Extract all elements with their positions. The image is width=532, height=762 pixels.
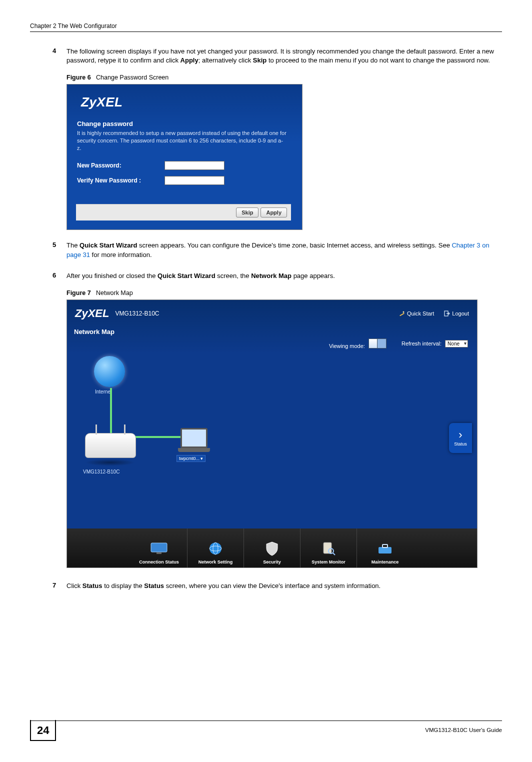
- new-password-field[interactable]: [164, 161, 224, 170]
- zyxel-logo: ZyXEL: [75, 307, 109, 320]
- quick-start-link[interactable]: Quick Start: [399, 310, 434, 316]
- step-number: 4: [52, 47, 66, 65]
- top-bar: ZyXEL VMG1312-B10C Quick Start Logout: [72, 305, 472, 322]
- text: After you finished or closed the: [66, 272, 158, 280]
- step-5: 5 The Quick Start Wizard screen appears.…: [52, 241, 502, 259]
- svg-line-10: [333, 553, 335, 555]
- step-text: The Quick Start Wizard screen appears. Y…: [66, 241, 502, 259]
- step-text: Click Status to display the Status scree…: [66, 582, 502, 590]
- step-number: 6: [52, 272, 66, 280]
- svg-point-5: [210, 542, 222, 554]
- running-header: Chapter 2 The Web Configurator: [30, 22, 502, 32]
- svg-rect-0: [400, 313, 404, 316]
- figure-label: Figure 7: [66, 290, 91, 296]
- bold-status: Status: [144, 582, 164, 590]
- refresh-interval-control: Refresh interval: None: [402, 340, 468, 346]
- text: page appears.: [292, 272, 335, 280]
- nav-label: System Monitor: [312, 560, 346, 564]
- step-number: 5: [52, 241, 66, 259]
- figure6-caption: Figure 6 Change Password Screen: [66, 74, 502, 81]
- page-footer: 24 VMG1312-B10C User's Guide: [30, 720, 502, 741]
- monitor-icon: [149, 540, 169, 556]
- skip-button[interactable]: Skip: [236, 208, 258, 218]
- logout-link[interactable]: Logout: [444, 310, 469, 316]
- laptop-icon: [180, 428, 208, 448]
- router-label: VMG1312-B10C: [83, 469, 120, 474]
- nav-maintenance[interactable]: Maintenance: [357, 528, 413, 568]
- viewing-mode-label: Viewing mode:: [329, 343, 365, 349]
- svg-rect-12: [382, 544, 388, 548]
- nav-label: Maintenance: [372, 560, 399, 564]
- chevron-right-icon: ›: [458, 430, 462, 440]
- nav-security[interactable]: Security: [244, 528, 300, 568]
- shield-icon: [262, 540, 282, 556]
- refresh-interval-select[interactable]: None: [445, 340, 468, 348]
- bottom-nav-bar: Connection Status Network Setting Securi…: [67, 528, 477, 568]
- text: screen, where you can view the Device's …: [164, 582, 380, 590]
- logout-icon: [444, 310, 450, 316]
- svg-rect-4: [156, 552, 162, 554]
- nav-network-setting[interactable]: Network Setting: [188, 528, 244, 568]
- clipboard-search-icon: [318, 540, 338, 556]
- nav-label: Network Setting: [198, 560, 233, 564]
- step-text: After you finished or closed the Quick S…: [66, 272, 502, 280]
- footer-guide-name: VMG1312-B10C User's Guide: [425, 725, 502, 733]
- nav-system-monitor[interactable]: System Monitor: [300, 528, 357, 568]
- nav-label: Security: [263, 560, 281, 564]
- refresh-interval-label: Refresh interval:: [402, 340, 442, 346]
- viewing-mode-control: Viewing mode:: [329, 338, 386, 349]
- bold-skip: Skip: [253, 56, 266, 64]
- button-bar: Skip Apply: [76, 204, 291, 220]
- new-password-label: New Password:: [77, 162, 164, 169]
- text: screen appears. You can configure the De…: [137, 242, 452, 249]
- step-text: The following screen displays if you hav…: [66, 47, 502, 65]
- network-map-area: Internet VMG1312-B10C twpcmt0...: [74, 353, 470, 520]
- router-device-icon[interactable]: [85, 433, 135, 472]
- step-6: 6 After you finished or closed the Quick…: [52, 272, 502, 280]
- figure-title: Change Password Screen: [96, 74, 168, 81]
- toolbox-icon: [375, 540, 395, 556]
- network-map-heading: Network Map: [72, 322, 472, 338]
- logout-label: Logout: [452, 310, 469, 316]
- text: ; alternatively click: [198, 56, 253, 64]
- bold-quick-start-wizard: Quick Start Wizard: [80, 242, 137, 249]
- text: to display the: [102, 582, 144, 590]
- bold-status: Status: [82, 582, 102, 590]
- status-label: Status: [454, 442, 467, 446]
- bold-quick-start-wizard: Quick Start Wizard: [158, 272, 215, 280]
- svg-rect-8: [324, 542, 332, 554]
- verify-password-field[interactable]: [164, 176, 224, 185]
- nav-connection-status[interactable]: Connection Status: [131, 528, 188, 568]
- internet-globe-icon: [94, 356, 125, 387]
- page-number: 24: [30, 720, 56, 741]
- connection-line: [110, 388, 112, 437]
- verify-password-label: Verify New Password :: [77, 177, 164, 184]
- viewing-mode-toggle[interactable]: [368, 338, 386, 348]
- step-7: 7 Click Status to display the Status scr…: [52, 582, 502, 590]
- apply-button[interactable]: Apply: [260, 208, 287, 218]
- text: screen, the: [216, 272, 252, 280]
- step-number: 7: [52, 582, 66, 590]
- globe-icon: [206, 540, 226, 556]
- list-view-icon: [378, 339, 386, 348]
- status-side-button[interactable]: › Status: [449, 423, 472, 453]
- text: for more information.: [90, 251, 152, 258]
- text: Click: [66, 582, 82, 590]
- change-password-description: It is highly recommended to setup a new …: [77, 130, 287, 152]
- svg-rect-3: [151, 543, 167, 552]
- model-name: VMG1312-B10C: [115, 310, 398, 317]
- text: to proceed to the main menu if you do no…: [266, 56, 490, 64]
- quick-start-label: Quick Start: [407, 310, 434, 316]
- wand-icon: [399, 310, 405, 316]
- figure7-caption: Figure 7 Network Map: [66, 290, 502, 296]
- client-hostname-tag[interactable]: twpcmt0...: [176, 455, 206, 462]
- figure7: ZyXEL VMG1312-B10C Quick Start Logout Ne…: [66, 300, 478, 568]
- bold-apply: Apply: [180, 56, 198, 64]
- client-device[interactable]: twpcmt0...: [176, 428, 212, 462]
- nav-label: Connection Status: [139, 560, 179, 564]
- grid-view-icon: [369, 339, 378, 348]
- change-password-heading: Change password: [77, 120, 292, 128]
- figure-label: Figure 6: [66, 74, 91, 81]
- zyxel-logo: ZyXEL: [81, 94, 292, 110]
- figure6: ZyXEL Change password It is highly recom…: [66, 84, 302, 230]
